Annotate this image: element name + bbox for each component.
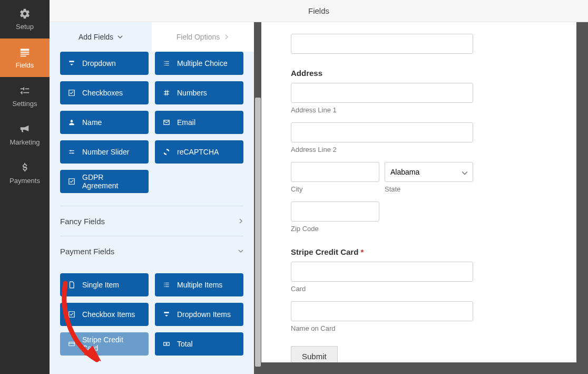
sidebar-item-fields[interactable]: Fields xyxy=(0,39,50,77)
sidebar-label: Payments xyxy=(9,177,40,185)
tab-label: Field Options xyxy=(177,33,220,41)
sidebar-label: Marketing xyxy=(9,138,40,146)
check-square-icon xyxy=(68,178,75,185)
field-label: Stripe Credit Card xyxy=(82,335,141,352)
sliders-icon xyxy=(19,85,31,97)
left-sidebar: Setup Fields Settings Marketing Payments xyxy=(0,0,50,374)
sublabel-card: Card xyxy=(291,285,547,293)
input-zip[interactable] xyxy=(291,202,379,222)
input-address-line-2[interactable] xyxy=(291,122,473,142)
field-gdpr[interactable]: GDPR Agreement xyxy=(60,170,149,193)
tab-field-options[interactable]: Field Options xyxy=(152,22,254,52)
field-number-slider[interactable]: Number Slider xyxy=(60,140,149,164)
submit-button[interactable]: Submit xyxy=(291,346,338,362)
sidebar-label: Fields xyxy=(16,61,34,69)
scrollbar-thumb[interactable] xyxy=(255,98,261,367)
input-address-line-1[interactable] xyxy=(291,83,473,103)
page-title: Fields xyxy=(308,6,329,15)
field-stripe-credit-card[interactable]: Stripe Credit Card xyxy=(60,332,149,356)
chevron-down-icon xyxy=(238,248,243,254)
field-email[interactable]: Email xyxy=(155,111,243,134)
field-label: Name xyxy=(82,118,102,127)
money-icon xyxy=(163,340,170,348)
check-square-icon xyxy=(68,311,75,318)
input-card[interactable] xyxy=(291,262,473,282)
label-stripe: Stripe Credit Card * xyxy=(291,247,547,256)
sidebar-label: Settings xyxy=(13,100,37,108)
list-icon xyxy=(163,281,170,289)
field-label: GDPR Agreement xyxy=(82,173,141,190)
section-label: Payment Fields xyxy=(60,247,114,256)
field-label: Numbers xyxy=(177,89,207,97)
tab-add-fields[interactable]: Add Fields xyxy=(50,22,152,52)
chevron-down-icon xyxy=(117,34,123,40)
header-bar: Fields xyxy=(50,0,588,22)
field-dropdown[interactable]: Dropdown xyxy=(60,52,149,75)
sidebar-item-settings[interactable]: Settings xyxy=(0,77,50,116)
sidebar-item-setup[interactable]: Setup xyxy=(0,0,50,39)
label-stripe-text: Stripe Credit Card xyxy=(291,247,358,256)
field-label: Multiple Items xyxy=(177,281,222,289)
field-label: Checkbox Items xyxy=(82,310,135,319)
section-fancy-fields[interactable]: Fancy Fields xyxy=(60,206,243,236)
envelope-icon xyxy=(163,119,170,126)
section-payment-fields[interactable]: Payment Fields xyxy=(60,236,243,266)
list-icon xyxy=(163,60,170,67)
sidebar-item-payments[interactable]: Payments xyxy=(0,154,50,193)
input-name-on-card[interactable] xyxy=(291,301,473,321)
sidebar-item-marketing[interactable]: Marketing xyxy=(0,116,50,154)
field-multiple-items[interactable]: Multiple Items xyxy=(155,273,243,296)
field-checkboxes[interactable]: Checkboxes xyxy=(60,81,149,104)
sublabel-name-on-card: Name on Card xyxy=(291,324,547,332)
field-dropdown-items[interactable]: Dropdown Items xyxy=(155,303,243,326)
svg-point-0 xyxy=(70,150,71,151)
dollar-icon xyxy=(19,162,31,174)
panel-body: Dropdown Multiple Choice Checkboxes Numb… xyxy=(50,52,254,374)
label-address: Address xyxy=(291,69,547,78)
recaptcha-icon xyxy=(163,148,170,156)
body-row: Add Fields Field Options Dropdown Multip… xyxy=(50,22,588,374)
field-panel: Add Fields Field Options Dropdown Multip… xyxy=(50,22,261,374)
input-generic[interactable] xyxy=(291,34,473,54)
chevron-right-icon xyxy=(238,218,243,224)
form-preview: Address Address Line 1 Address Line 2 Ci… xyxy=(261,22,576,362)
hash-icon xyxy=(163,89,170,97)
svg-point-4 xyxy=(166,343,167,344)
field-label: Total xyxy=(177,340,193,348)
sublabel-addr1: Address Line 1 xyxy=(291,106,547,114)
dropdown-icon xyxy=(163,311,170,318)
field-checkbox-items[interactable]: Checkbox Items xyxy=(60,303,149,326)
preview-wrap: Address Address Line 1 Address Line 2 Ci… xyxy=(261,22,588,374)
dropdown-icon xyxy=(68,60,75,67)
tab-label: Add Fields xyxy=(79,33,113,41)
sublabel-zip: Zip Code xyxy=(291,225,547,233)
field-label: Dropdown xyxy=(82,59,116,68)
field-multiple-choice[interactable]: Multiple Choice xyxy=(155,52,243,75)
credit-card-icon xyxy=(68,340,75,348)
field-label: Number Slider xyxy=(82,148,129,156)
sublabel-city: City xyxy=(291,185,379,193)
field-recaptcha[interactable]: reCAPTCHA xyxy=(155,140,243,164)
field-name[interactable]: Name xyxy=(60,111,149,134)
sublabel-addr2: Address Line 2 xyxy=(291,146,547,154)
field-single-item[interactable]: Single Item xyxy=(60,273,149,296)
svg-rect-3 xyxy=(164,342,170,346)
field-numbers[interactable]: Numbers xyxy=(155,81,243,104)
field-total[interactable]: Total xyxy=(155,332,243,356)
section-label: Fancy Fields xyxy=(60,217,105,226)
user-icon xyxy=(68,119,75,126)
sliders-icon xyxy=(68,148,75,156)
main-area: Fields Add Fields Field Options Dropdown xyxy=(50,0,588,374)
gear-icon xyxy=(19,8,31,20)
input-city[interactable] xyxy=(291,162,379,182)
file-icon xyxy=(68,281,75,289)
sublabel-state: State xyxy=(385,185,473,193)
field-label: Checkboxes xyxy=(82,89,123,97)
payment-fields-grid: Single Item Multiple Items Checkbox Item… xyxy=(60,273,243,356)
required-asterisk: * xyxy=(358,247,364,256)
select-state[interactable] xyxy=(385,162,473,182)
panel-tabs: Add Fields Field Options xyxy=(50,22,254,52)
chevron-right-icon xyxy=(224,34,229,40)
form-icon xyxy=(19,46,31,58)
sidebar-label: Setup xyxy=(16,23,34,31)
